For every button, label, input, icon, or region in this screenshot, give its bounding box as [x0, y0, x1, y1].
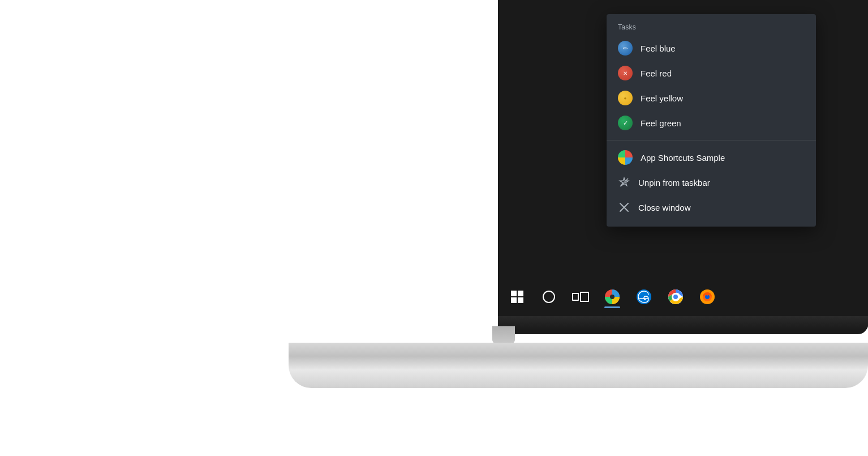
firefox-icon: [699, 289, 715, 305]
taskbar: [498, 278, 868, 316]
feel-green-label: Feel green: [641, 118, 681, 128]
laptop-hinge: [492, 326, 515, 343]
context-menu-divider-1: [607, 140, 816, 140]
context-menu-item-feel-green[interactable]: Feel green: [607, 110, 816, 135]
app-name-label: App Shortcuts Sample: [641, 153, 725, 163]
screen-bottom-edge: [498, 316, 868, 330]
context-menu-item-app-name[interactable]: App Shortcuts Sample: [607, 145, 816, 170]
taskbar-start-button[interactable]: [502, 282, 532, 312]
taskbar-taskview-button[interactable]: [566, 282, 595, 312]
app-shortcut-icon: [618, 150, 633, 165]
chrome-icon: [668, 289, 684, 305]
laptop-base: [289, 343, 868, 388]
feel-yellow-label: Feel yellow: [641, 93, 683, 103]
feel-blue-label: Feel blue: [641, 44, 676, 53]
windows-icon: [511, 291, 523, 303]
taskbar-edge-button[interactable]: [629, 282, 659, 312]
unpin-icon: [618, 176, 630, 189]
edge-icon: [636, 289, 652, 305]
svg-point-4: [610, 295, 615, 299]
feel-yellow-icon: [618, 91, 633, 105]
svg-point-8: [673, 295, 678, 299]
colorwheel-icon: [604, 288, 621, 305]
context-menu: Tasks Feel blue Feel red Feel yellow Fee…: [607, 14, 816, 227]
context-menu-item-close[interactable]: Close window: [607, 195, 816, 220]
feel-green-icon: [618, 116, 633, 130]
taskbar-search-button[interactable]: [534, 282, 564, 312]
context-menu-section-label: Tasks: [607, 21, 816, 36]
search-icon: [543, 291, 555, 303]
context-menu-item-unpin[interactable]: Unpin from taskbar: [607, 170, 816, 195]
taskbar-chrome-button[interactable]: [661, 282, 690, 312]
taskbar-appshortcuts-button[interactable]: [598, 282, 627, 312]
active-indicator: [604, 306, 620, 308]
taskbar-firefox-button[interactable]: [693, 282, 722, 312]
context-menu-item-feel-blue[interactable]: Feel blue: [607, 36, 816, 61]
unpin-label: Unpin from taskbar: [638, 178, 710, 187]
taskview-icon: [572, 292, 589, 302]
feel-red-label: Feel red: [641, 69, 672, 78]
close-window-label: Close window: [638, 203, 691, 212]
context-menu-item-feel-yellow[interactable]: Feel yellow: [607, 86, 816, 110]
close-window-icon: [618, 201, 630, 214]
context-menu-item-feel-red[interactable]: Feel red: [607, 61, 816, 86]
feel-red-icon: [618, 66, 633, 80]
feel-blue-icon: [618, 41, 633, 56]
